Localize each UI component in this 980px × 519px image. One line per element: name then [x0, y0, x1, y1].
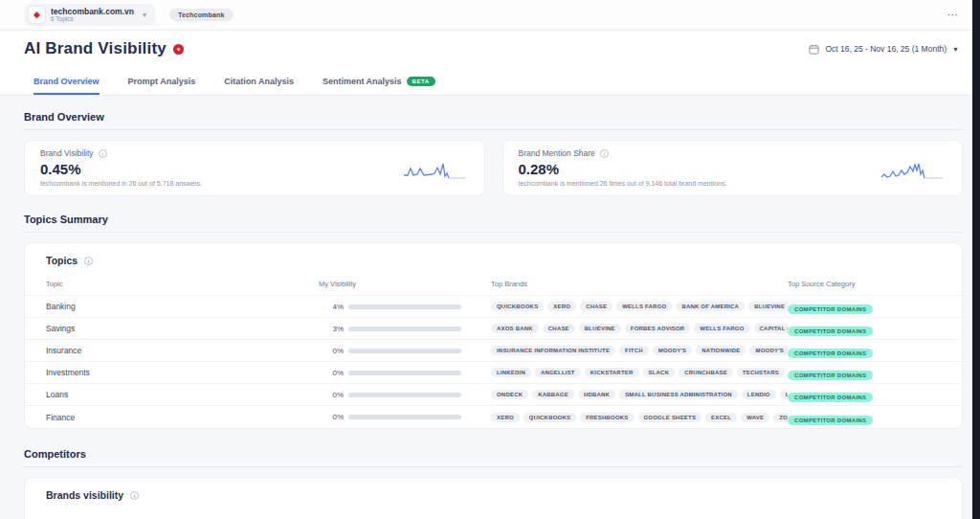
- brand-chip: MOODY'S: [653, 346, 693, 355]
- visibility-bar: [348, 371, 461, 375]
- brands-visibility-title: Brands visibility i: [25, 478, 962, 510]
- table-row-loans[interactable]: Loans 0% ONDECKKABBAGEHDBANKSMALL BUSINE…: [25, 384, 962, 406]
- brand-chip: BLUEVINE: [579, 324, 621, 333]
- source-category-badge: COMPETITOR DOMAINS: [788, 371, 873, 380]
- brand-chip: LENDINGTREE: [780, 390, 788, 399]
- source-category-badge: COMPETITOR DOMAINS: [788, 416, 873, 425]
- workspace-topics-count: 6 Topics: [51, 16, 134, 23]
- brand-chip: KABBAGE: [532, 390, 574, 399]
- info-icon[interactable]: i: [99, 149, 107, 158]
- column-header-topic: Topic: [46, 280, 319, 288]
- table-row-finance[interactable]: Finance 0% XEROQUICKBOOKSFRESHBOOKSGOOGL…: [25, 406, 962, 428]
- visibility-bar: [348, 393, 461, 397]
- brand-chip: SLACK: [643, 368, 676, 377]
- chevron-down-icon: ▾: [143, 11, 146, 19]
- brand-chip: XERO: [491, 413, 520, 422]
- viewport-edge-strip: [972, 0, 980, 519]
- brand-chip: FRESHBOOKS: [580, 413, 634, 422]
- subtab-savings[interactable]: Savings: [462, 512, 495, 519]
- calendar-icon: [809, 44, 819, 55]
- main-tab-bar: Brand Overview Prompt Analysis Citation …: [0, 67, 980, 96]
- tab-citation-analysis[interactable]: Citation Analysis: [224, 67, 294, 95]
- brand-chip: TECHSTARS: [737, 368, 785, 377]
- category-cell: COMPETITOR DOMAINS: [788, 364, 941, 381]
- source-category-badge: COMPETITOR DOMAINS: [788, 349, 873, 358]
- brand-chip: LENDIO: [742, 390, 776, 399]
- page-title: AI Brand Visibility: [24, 39, 184, 58]
- overflow-menu-icon[interactable]: ⋯: [947, 9, 959, 21]
- subtab-all-topics[interactable]: All Topics: [46, 512, 88, 519]
- brand-chip: BLUEVINE: [748, 302, 788, 311]
- section-title-topics-summary: Topics Summary: [24, 208, 963, 233]
- beta-badge: BETA: [407, 77, 435, 86]
- info-icon[interactable]: i: [600, 149, 609, 158]
- top-brands-cell: LINKEDINANGELLISTKICKSTARTERSLACKCRUNCHB…: [491, 368, 788, 377]
- visibility-bar: [348, 349, 461, 353]
- brand-chip: GOOGLE SHEETS: [638, 413, 702, 422]
- section-title-brand-overview: Brand Overview: [24, 105, 963, 130]
- workspace-selector[interactable]: ◆ techcombank.com.vn 6 Topics ▾: [24, 4, 156, 26]
- visibility-bar: [348, 327, 461, 331]
- date-range-picker[interactable]: Oct 16, 25 - Nov 16, 25 (1 Month) ▼: [809, 44, 959, 55]
- visibility-cell: 4%: [319, 303, 491, 311]
- techcombank-logo-icon: ◆: [29, 7, 45, 23]
- brand-chip: QUICKBOOKS: [491, 302, 544, 311]
- brand-chip: MOODY'S: [749, 346, 788, 355]
- visibility-cell: 0%: [319, 369, 491, 377]
- subtab-investments[interactable]: Investments: [323, 512, 371, 519]
- visibility-cell: 3%: [319, 325, 491, 333]
- tab-prompt-analysis[interactable]: Prompt Analysis: [128, 67, 196, 95]
- column-header-my-visibility: My Visibility: [319, 280, 491, 288]
- category-cell: COMPETITOR DOMAINS: [788, 409, 941, 426]
- top-brands-cell: ONDECKKABBAGEHDBANKSMALL BUSINESS ADMINI…: [491, 390, 788, 399]
- subtab-finance[interactable]: Finance: [187, 512, 219, 519]
- topics-table-header: Topic My Visibility Top Brands Top Sourc…: [25, 276, 962, 296]
- brand-chip: HDBANK: [578, 390, 615, 399]
- category-cell: COMPETITOR DOMAINS: [788, 298, 941, 315]
- tab-brand-overview[interactable]: Brand Overview: [33, 67, 100, 95]
- visibility-bar: [348, 415, 461, 419]
- subtab-loans[interactable]: Loans: [404, 512, 430, 519]
- page-content: Brand Overview Brand Visibility i 0.45% …: [0, 96, 980, 519]
- brand-chip: INSURANCE INFORMATION INSTITUTE: [491, 346, 615, 355]
- subtab-insurance[interactable]: Insurance: [252, 512, 291, 519]
- brand-chip: FORBES ADVISOR: [625, 324, 691, 333]
- subtab-banking[interactable]: Banking: [121, 512, 154, 519]
- brand-chip: CHASE: [580, 302, 612, 311]
- topics-card-title: Topics i: [25, 243, 962, 276]
- table-row-savings[interactable]: Savings 3% AXOS BANKCHASEBLUEVINEFORBES …: [25, 318, 962, 340]
- brand-chip: ONDECK: [491, 390, 528, 399]
- brand-visibility-card: Brand Visibility i 0.45% techcombank is …: [24, 140, 485, 196]
- top-brands-cell: QUICKBOOKSXEROCHASEWELLS FARGOBANK OF AM…: [491, 302, 788, 311]
- source-category-badge: COMPETITOR DOMAINS: [788, 393, 873, 402]
- brands-visibility-card: Brands visibility i All Topics Banking F…: [24, 477, 963, 519]
- visibility-cell: 0%: [319, 347, 491, 355]
- visibility-bar: [348, 305, 461, 309]
- info-icon[interactable]: i: [84, 257, 93, 265]
- source-category-badge: COMPETITOR DOMAINS: [788, 327, 873, 336]
- tab-sentiment-analysis[interactable]: Sentiment Analysis BETA: [323, 67, 435, 95]
- brand-chip: ZOHO BOOKS: [773, 413, 788, 422]
- brand-chip: KICKSTARTER: [585, 368, 639, 377]
- sparkline-chart: [402, 156, 467, 183]
- column-header-top-brands: Top Brands: [491, 280, 788, 288]
- brand-mention-share-card: Brand Mention Share i 0.28% techcombank …: [502, 140, 964, 196]
- brand-chip: AXOS BANK: [491, 324, 539, 333]
- brand-name-chip[interactable]: Techcombank: [169, 9, 234, 21]
- brand-chip: CHASE: [543, 324, 575, 333]
- overview-cards-row: Brand Visibility i 0.45% techcombank is …: [24, 140, 963, 196]
- table-row-investments[interactable]: Investments 0% LINKEDINANGELLISTKICKSTAR…: [25, 362, 962, 384]
- brand-chip: WELLS FARGO: [616, 302, 672, 311]
- brand-chip: CAPITAL ONE: [754, 324, 788, 333]
- source-category-badge: COMPETITOR DOMAINS: [788, 305, 873, 314]
- top-bar: ◆ techcombank.com.vn 6 Topics ▾ Techcomb…: [0, 0, 980, 31]
- brand-chip: BANK OF AMERICA: [676, 302, 745, 311]
- info-icon[interactable]: i: [130, 491, 139, 500]
- table-row-insurance[interactable]: Insurance 0% INSURANCE INFORMATION INSTI…: [25, 340, 962, 362]
- top-brands-cell: XEROQUICKBOOKSFRESHBOOKSGOOGLE SHEETSEXC…: [491, 413, 788, 422]
- table-row-banking[interactable]: Banking 4% QUICKBOOKSXEROCHASEWELLS FARG…: [25, 296, 962, 318]
- visibility-cell: 0%: [319, 391, 491, 399]
- column-header-top-source-category: Top Source Category: [788, 280, 941, 288]
- category-cell: COMPETITOR DOMAINS: [788, 320, 941, 337]
- brand-chip: ANGELLIST: [535, 368, 581, 377]
